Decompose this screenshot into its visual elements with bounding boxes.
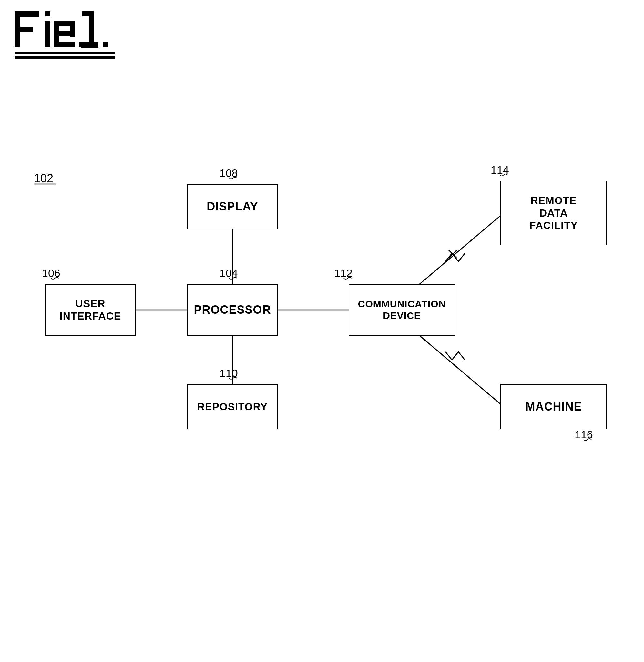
ref-104-label: 104 bbox=[220, 267, 238, 279]
svg-rect-2 bbox=[15, 27, 33, 32]
ref-102-label: 102 bbox=[34, 172, 53, 185]
ref-112-label: 112 bbox=[334, 267, 352, 279]
svg-rect-12 bbox=[82, 11, 94, 17]
svg-rect-11 bbox=[89, 11, 94, 47]
svg-rect-3 bbox=[45, 11, 50, 17]
communication-device-box: COMMUNICATIONDEVICE bbox=[349, 284, 455, 336]
remote-data-facility-box: REMOTEDATAFACILITY bbox=[500, 181, 607, 245]
figure-title-svg bbox=[15, 11, 169, 68]
machine-box: MACHINE bbox=[500, 384, 607, 429]
figure-title bbox=[15, 11, 169, 69]
svg-rect-1 bbox=[15, 11, 39, 17]
svg-line-23 bbox=[449, 250, 457, 258]
svg-line-24 bbox=[449, 250, 457, 258]
svg-line-22 bbox=[420, 213, 504, 284]
svg-line-25 bbox=[420, 336, 504, 407]
ref-116-label: 116 bbox=[575, 428, 593, 440]
page: 102 108 104 106 110 112 114 116 bbox=[0, 0, 644, 662]
ref-114-label: 114 bbox=[491, 164, 509, 176]
repository-box: REPOSITORY bbox=[187, 384, 278, 429]
svg-rect-4 bbox=[45, 21, 50, 47]
svg-rect-9 bbox=[54, 42, 75, 47]
user-interface-box: USERINTERFACE bbox=[45, 284, 136, 336]
svg-rect-14 bbox=[103, 42, 109, 47]
ref-110-label: 110 bbox=[220, 367, 238, 379]
ref-106-label: 106 bbox=[42, 267, 60, 279]
ref-108-label: 108 bbox=[220, 167, 238, 179]
svg-rect-13 bbox=[81, 42, 98, 48]
svg-rect-16 bbox=[15, 56, 115, 59]
display-box: DISPLAY bbox=[187, 184, 278, 229]
svg-rect-15 bbox=[15, 52, 115, 54]
processor-box: PROCESSOR bbox=[187, 284, 278, 336]
svg-rect-8 bbox=[54, 31, 75, 36]
